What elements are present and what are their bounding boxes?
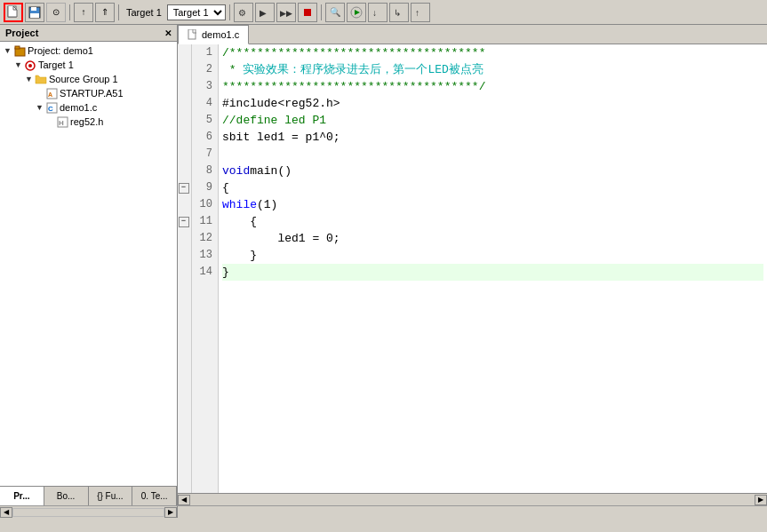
target-combo[interactable]: Target 1 — [167, 4, 226, 20]
hscroll-right[interactable]: ▶ — [755, 495, 767, 505]
sidebar-scroll-right[interactable]: ▶ — [164, 507, 177, 518]
toolbar-btn-5[interactable]: ⇑ — [95, 3, 115, 22]
line-number-6: 6 — [197, 129, 212, 146]
fold-marker-9[interactable]: − — [179, 183, 189, 194]
tree-item-project[interactable]: ▼Project: demo1 — [0, 44, 177, 58]
svg-rect-14 — [15, 46, 20, 49]
line-number-3: 3 — [197, 78, 212, 95]
fold-cell-11[interactable]: − — [178, 213, 191, 230]
sidebar-scroll-left[interactable]: ◀ — [0, 507, 12, 518]
target-label: Target 1 — [123, 7, 165, 18]
code-line-7[interactable] — [222, 146, 763, 163]
editor-tab-demo1c[interactable]: demo1.c — [178, 25, 249, 44]
fold-cell-5 — [178, 112, 191, 129]
toolbar-btn-out[interactable]: ↑ — [411, 3, 430, 22]
fold-cell-8 — [178, 163, 191, 179]
tree-item-target1[interactable]: ▼Target 1 — [0, 58, 177, 72]
svg-point-16 — [28, 64, 32, 67]
sidebar-close-btn[interactable]: ✕ — [164, 28, 172, 38]
tree-expand-demo1c: ▼ — [36, 103, 44, 112]
toolbar-btn-4[interactable]: ↑ — [74, 3, 93, 22]
toolbar-btn-debug[interactable]: 🔍 — [325, 3, 345, 22]
svg-rect-2 — [31, 7, 36, 11]
main-layout: Project ✕ ▼Project: demo1▼Target 1▼Sourc… — [0, 25, 767, 505]
svg-text:▶: ▶ — [260, 8, 267, 18]
svg-text:A: A — [48, 91, 52, 98]
toolbar-btn-new[interactable] — [4, 3, 23, 22]
toolbar-btn-3[interactable]: ⊙ — [46, 3, 66, 22]
sidebar-tab-funcs[interactable]: {} Fu... — [89, 487, 133, 505]
code-line-4[interactable]: #include<reg52.h> — [222, 95, 763, 112]
fold-cell-7 — [178, 146, 191, 163]
line-number-8: 8 — [197, 163, 212, 179]
code-line-9[interactable]: { — [222, 179, 763, 196]
line-number-5: 5 — [197, 112, 212, 129]
toolbar-btn-run[interactable] — [347, 3, 366, 22]
line-number-12: 12 — [197, 230, 212, 247]
tree-icon-demo1c: C — [45, 101, 58, 114]
code-line-13[interactable]: } — [222, 247, 763, 264]
line-number-14: 14 — [197, 264, 212, 281]
tree-item-sourcegroup[interactable]: ▼Source Group 1 — [0, 72, 177, 86]
code-line-12[interactable]: led1 = 0; — [222, 230, 763, 247]
svg-rect-7 — [304, 9, 311, 16]
bottom-area: ◀ ▶ — [0, 505, 767, 518]
line-number-2: 2 — [197, 61, 212, 78]
toolbar-btn-translate[interactable]: ⚙ — [234, 3, 253, 22]
tree-item-startup[interactable]: ASTARTUP.A51 — [0, 86, 177, 100]
toolbar-btn-step[interactable]: ↓ — [368, 3, 387, 22]
tree-label-startup: STARTUP.A51 — [60, 88, 124, 99]
tree-label-demo1c: demo1.c — [60, 102, 97, 113]
line-number-7: 7 — [197, 146, 212, 163]
tree-label-target1: Target 1 — [38, 60, 74, 70]
code-content[interactable]: /************************************* *… — [219, 44, 767, 493]
toolbar-btn-stop[interactable] — [298, 3, 317, 22]
svg-text:↳: ↳ — [394, 8, 401, 18]
line-number-10: 10 — [197, 196, 212, 213]
fold-marker-11[interactable]: − — [179, 217, 189, 227]
toolbar-btn-over[interactable]: ↳ — [389, 3, 409, 22]
line-number-1: 1 — [197, 44, 212, 61]
svg-rect-3 — [30, 13, 39, 18]
toolbar-btn-build[interactable]: ▶ — [255, 3, 275, 22]
code-line-10[interactable]: while(1) — [222, 196, 763, 213]
fold-cell-9[interactable]: − — [178, 179, 191, 196]
code-line-6[interactable]: sbit led1 = p1^0; — [222, 129, 763, 146]
hscroll-left[interactable]: ◀ — [178, 495, 190, 505]
fold-cell-2 — [178, 61, 191, 78]
sidebar-header: Project ✕ — [0, 25, 177, 42]
toolbar-btn-rebuild[interactable]: ▶▶ — [276, 3, 296, 22]
fold-cell-12 — [178, 230, 191, 247]
sidebar-tab-proj[interactable]: Pr... — [0, 487, 44, 505]
toolbar-sep-3 — [229, 4, 230, 20]
code-line-5[interactable]: //define led P1 — [222, 112, 763, 129]
code-line-8[interactable]: void main() — [222, 163, 763, 179]
sidebar-tab-templ[interactable]: 0. Te... — [132, 487, 177, 505]
editor-area: demo1.c −− 1234567891011121314 /********… — [178, 25, 767, 505]
tab-filename: demo1.c — [202, 29, 239, 40]
tree-item-reg52h[interactable]: Hreg52.h — [0, 115, 177, 129]
line-number-9: 9 — [197, 179, 212, 196]
toolbar: ⊙ ↑ ⇑ Target 1 Target 1 ⚙ ▶ ▶▶ 🔍 ↓ ↳ ↑ — [0, 0, 767, 25]
editor-tabs: demo1.c — [178, 25, 767, 44]
code-line-14[interactable]: } — [222, 264, 763, 281]
tree-label-reg52h: reg52.h — [70, 116, 103, 127]
sidebar-tab-books[interactable]: Bo... — [44, 487, 89, 505]
fold-cell-6 — [178, 129, 191, 146]
code-line-11[interactable]: { — [222, 213, 763, 230]
tree-expand-target1: ▼ — [14, 60, 23, 69]
tree-icon-project — [13, 44, 26, 57]
code-line-2[interactable]: * 实验效果：程序烧录进去后，第一个LED被点亮 — [222, 61, 763, 78]
fold-cell-3 — [178, 78, 191, 95]
toolbar-btn-save[interactable] — [25, 3, 44, 22]
tree-icon-target1 — [24, 59, 36, 71]
fold-cell-1 — [178, 44, 191, 61]
editor-hscroll[interactable]: ◀ ▶ — [178, 493, 767, 505]
file-icon — [188, 29, 198, 40]
sidebar-tree: ▼Project: demo1▼Target 1▼Source Group 1A… — [0, 42, 177, 486]
svg-text:↑: ↑ — [415, 8, 419, 18]
code-line-3[interactable]: *************************************/ — [222, 78, 763, 95]
code-line-1[interactable]: /************************************* — [222, 44, 763, 61]
tree-icon-startup: A — [45, 87, 58, 99]
tree-item-demo1c[interactable]: ▼Cdemo1.c — [0, 100, 177, 115]
